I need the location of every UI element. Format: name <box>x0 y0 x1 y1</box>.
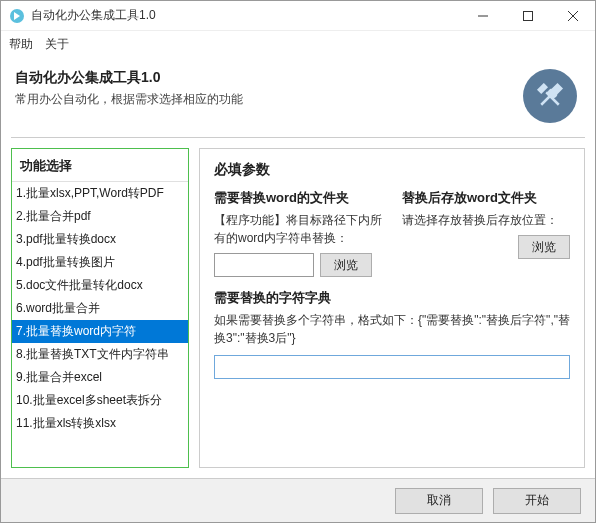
maximize-button[interactable] <box>505 1 550 31</box>
app-icon <box>9 8 25 24</box>
header: 自动化办公集成工具1.0 常用办公自动化，根据需求选择相应的功能 <box>1 57 595 133</box>
header-subtitle: 常用办公自动化，根据需求选择相应的功能 <box>15 91 243 108</box>
dict-input[interactable] <box>214 355 570 379</box>
sidebar-item[interactable]: 3.pdf批量转换docx <box>12 228 188 251</box>
sidebar-item[interactable]: 5.doc文件批量转化docx <box>12 274 188 297</box>
divider <box>11 137 585 138</box>
header-title: 自动化办公集成工具1.0 <box>15 69 243 87</box>
source-folder-desc: 【程序功能】将目标路径下内所有的word内字符串替换： <box>214 211 382 247</box>
start-button[interactable]: 开始 <box>493 488 581 514</box>
main-panel: 必填参数 需要替换word的文件夹 【程序功能】将目标路径下内所有的word内字… <box>199 148 585 468</box>
footer: 取消 开始 <box>1 478 595 522</box>
titlebar: 自动化办公集成工具1.0 <box>1 1 595 31</box>
window-title: 自动化办公集成工具1.0 <box>31 7 460 24</box>
svg-rect-2 <box>523 11 532 20</box>
source-browse-button[interactable]: 浏览 <box>320 253 372 277</box>
dict-desc: 如果需要替换多个字符串，格式如下：{"需要替换":"替换后字符","替换3":"… <box>214 311 570 347</box>
sidebar-item[interactable]: 7.批量替换word内字符 <box>12 320 188 343</box>
target-browse-button[interactable]: 浏览 <box>518 235 570 259</box>
target-folder-desc: 请选择存放替换后存放位置： <box>402 211 570 229</box>
sidebar-item[interactable]: 10.批量excel多sheet表拆分 <box>12 389 188 412</box>
sidebar-item[interactable]: 2.批量合并pdf <box>12 205 188 228</box>
sidebar-title: 功能选择 <box>12 149 188 181</box>
menu-help[interactable]: 帮助 <box>9 36 33 53</box>
sidebar-item[interactable]: 1.批量xlsx,PPT,Word转PDF <box>12 182 188 205</box>
required-params-title: 必填参数 <box>214 161 270 179</box>
source-folder-input[interactable] <box>214 253 314 277</box>
tools-icon <box>523 69 577 123</box>
sidebar-item[interactable]: 8.批量替换TXT文件内字符串 <box>12 343 188 366</box>
sidebar-item[interactable]: 4.pdf批量转换图片 <box>12 251 188 274</box>
target-folder-label: 替换后存放word文件夹 <box>402 189 570 207</box>
menu-about[interactable]: 关于 <box>45 36 69 53</box>
dict-label: 需要替换的字符字典 <box>214 289 570 307</box>
function-list: 1.批量xlsx,PPT,Word转PDF2.批量合并pdf3.pdf批量转换d… <box>12 181 188 467</box>
source-folder-label: 需要替换word的文件夹 <box>214 189 382 207</box>
cancel-button[interactable]: 取消 <box>395 488 483 514</box>
sidebar-item[interactable]: 6.word批量合并 <box>12 297 188 320</box>
close-button[interactable] <box>550 1 595 31</box>
minimize-button[interactable] <box>460 1 505 31</box>
menubar: 帮助 关于 <box>1 31 595 57</box>
sidebar: 功能选择 1.批量xlsx,PPT,Word转PDF2.批量合并pdf3.pdf… <box>11 148 189 468</box>
sidebar-item[interactable]: 9.批量合并excel <box>12 366 188 389</box>
sidebar-item[interactable]: 11.批量xls转换xlsx <box>12 412 188 435</box>
